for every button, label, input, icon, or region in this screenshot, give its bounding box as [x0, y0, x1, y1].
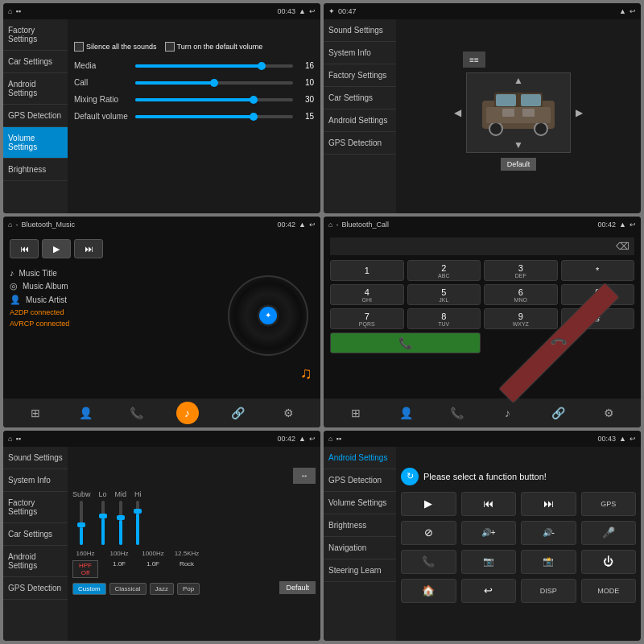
eq-arrows-button[interactable]: ↔ — [293, 468, 316, 484]
func-phone[interactable]: 📞 — [401, 550, 456, 574]
eq-settings-icon[interactable]: ≡≡ — [463, 52, 485, 68]
music-icon-p3[interactable]: ♪ — [176, 402, 199, 424]
preset-custom[interactable]: Custom — [72, 583, 106, 595]
func-mode[interactable]: MODE — [581, 579, 637, 603]
music-icon-p4[interactable]: ♪ — [497, 402, 519, 424]
preset-pop[interactable]: Pop — [177, 583, 200, 595]
sidebar-car2[interactable]: Car Settings — [324, 87, 396, 109]
car-arrow-right[interactable]: ▶ — [576, 107, 583, 118]
turnon-option[interactable]: Turn on the default volume — [165, 42, 263, 52]
mixing-track[interactable] — [135, 98, 293, 101]
sidebar-sound[interactable]: Sound Settings — [324, 19, 396, 42]
play-button[interactable]: ▶ — [42, 239, 71, 258]
prev-button[interactable]: ⏮ — [10, 239, 39, 258]
phone-icon-p4[interactable]: 📞 — [446, 402, 469, 424]
sidebar-android2[interactable]: Android Settings — [324, 109, 396, 132]
num-1[interactable]: 1 — [330, 260, 404, 281]
num-4[interactable]: 4GHI — [330, 284, 404, 305]
link-icon-p4[interactable]: 🔗 — [547, 402, 570, 424]
func-next[interactable]: ⏭ — [521, 492, 576, 516]
user-icon-p4[interactable]: 👤 — [395, 402, 418, 424]
media-track[interactable] — [135, 64, 293, 68]
default-button-p5[interactable]: Default — [279, 581, 316, 594]
eq-subw-slider[interactable] — [80, 501, 83, 545]
sidebar-factory2[interactable]: Factory Settings — [324, 64, 396, 87]
dash-p3: - — [15, 221, 18, 229]
sidebar-gps-p6[interactable]: GPS Detection — [324, 469, 396, 492]
num-7[interactable]: 7PQRS — [330, 308, 404, 329]
phone-icon-p3[interactable]: 📞 — [126, 402, 148, 424]
num-2[interactable]: 2ABC — [407, 260, 481, 281]
sidebar-volume[interactable]: Volume Settings — [3, 127, 68, 159]
func-mic[interactable]: 🎤 — [581, 521, 637, 545]
func-disp[interactable]: DISP — [521, 579, 576, 603]
sidebar-nav-p6[interactable]: Navigation — [324, 537, 396, 559]
call-track[interactable] — [135, 81, 293, 85]
sidebar-gps-p5[interactable]: GPS Detection — [3, 577, 68, 600]
func-play[interactable]: ▶ — [401, 492, 456, 516]
turnon-checkbox[interactable] — [165, 42, 175, 52]
next-button[interactable]: ⏭ — [74, 239, 103, 258]
user-icon-p3[interactable]: 👤 — [75, 402, 97, 424]
sidebar-brightness-p6[interactable]: Brightness — [324, 514, 396, 537]
func-prev[interactable]: ⏮ — [461, 492, 517, 516]
num-6[interactable]: 6MNO — [484, 284, 558, 305]
sidebar-android-p6[interactable]: Android Settings — [324, 447, 396, 469]
panel-equalizer: ⌂ ▪▪ 00:42 ▲ ↩ Sound Settings System Inf… — [3, 431, 320, 641]
sidebar-sound-p5[interactable]: Sound Settings — [3, 447, 68, 469]
sidebar-car-p5[interactable]: Car Settings — [3, 523, 68, 546]
sidebar-factory[interactable]: Factory Settings — [3, 19, 68, 51]
backspace-button[interactable]: ⌫ — [616, 241, 630, 252]
grid-icon-p4[interactable]: ⊞ — [345, 402, 367, 424]
settings-icon-p4[interactable]: ⚙ — [598, 402, 621, 424]
sidebar-gps2[interactable]: GPS Detection — [324, 132, 396, 155]
silence-checkbox[interactable] — [74, 42, 84, 52]
num-3[interactable]: 3DEF — [484, 260, 558, 281]
car-arrow-left[interactable]: ◀ — [454, 107, 461, 118]
num-9[interactable]: 9WXYZ — [484, 308, 558, 329]
refresh-icon[interactable]: ↻ — [401, 468, 419, 485]
eq-subw-input[interactable]: HPF Off — [72, 560, 98, 578]
track-album: Music Album — [23, 282, 68, 291]
preset-jazz[interactable]: Jazz — [150, 583, 174, 595]
eq-mid-slider[interactable] — [119, 501, 122, 545]
preset-classical[interactable]: Classical — [109, 583, 147, 595]
default-button-p2[interactable]: Default — [501, 158, 537, 171]
call-button[interactable]: 📞 — [330, 332, 481, 353]
sidebar-android-p5[interactable]: Android Settings — [3, 546, 68, 577]
sidebar-gps[interactable]: GPS Detection — [3, 105, 68, 127]
func-vol-up[interactable]: 🔊+ — [461, 521, 517, 545]
link-icon-p3[interactable]: 🔗 — [227, 402, 250, 424]
settings-icon-p3[interactable]: ⚙ — [278, 402, 300, 424]
func-gps[interactable]: GPS — [581, 492, 637, 516]
sidebar-car[interactable]: Car Settings — [3, 51, 68, 73]
silence-option[interactable]: Silence all the sounds — [74, 42, 157, 52]
sidebar-steering-p6[interactable]: Steering Learn — [324, 559, 396, 582]
eq-subw-col: Subw — [72, 490, 91, 545]
func-photo[interactable]: 📸 — [521, 550, 576, 574]
num-8[interactable]: 8TUV — [407, 308, 481, 329]
sidebar-factory-p5[interactable]: Factory Settings — [3, 492, 68, 523]
car-arrow-up[interactable]: ▲ — [514, 75, 523, 86]
sidebar-volume-p6[interactable]: Volume Settings — [324, 492, 396, 514]
func-mute[interactable]: ⊘ — [401, 521, 456, 545]
car-arrow-down[interactable]: ▼ — [514, 139, 523, 151]
default-track[interactable] — [135, 115, 293, 118]
eq-hi-slider[interactable] — [136, 501, 139, 545]
func-home[interactable]: 🏠 — [401, 579, 456, 603]
func-camera[interactable]: 📷 — [461, 550, 517, 574]
sidebar-android[interactable]: Android Settings — [3, 73, 68, 105]
bt-music-title: Bluetooth_Music — [21, 221, 75, 229]
eq-lo-slider[interactable] — [101, 501, 105, 545]
func-power[interactable]: ⏻ — [581, 550, 637, 574]
num-5[interactable]: 5JKL — [407, 284, 481, 305]
func-back[interactable]: ↩ — [461, 579, 517, 603]
eq-subw-label: Subw — [72, 490, 91, 498]
num-star[interactable]: * — [561, 260, 635, 281]
bt-music-header: ⌂ - Bluetooth_Music 00:42 ▲ ↩ — [3, 217, 320, 233]
grid-icon-p3[interactable]: ⊞ — [24, 402, 47, 424]
sidebar-brightness[interactable]: Brightness — [3, 159, 68, 181]
func-vol-down[interactable]: 🔊- — [521, 521, 576, 545]
sidebar-sysinfo[interactable]: System Info — [324, 42, 396, 64]
sidebar-sysinfo-p5[interactable]: System Info — [3, 469, 68, 492]
